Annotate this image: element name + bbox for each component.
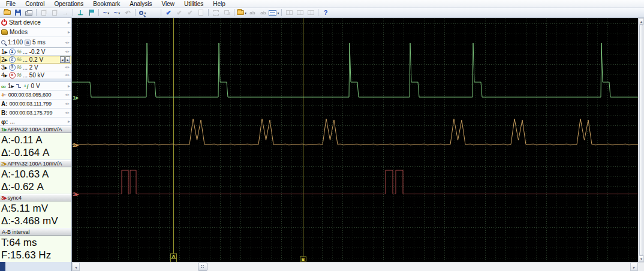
- time-position-row[interactable]: +~ 000:00:03.065,600 ◂▸: [0, 91, 71, 100]
- cursor-a-row[interactable]: A: 000:00:03.111.799 ◂▸: [0, 100, 71, 109]
- start-device-button[interactable]: Start device ▸: [0, 18, 71, 28]
- start-device-label: Start device: [9, 19, 41, 26]
- toolbar-separator: [161, 9, 161, 16]
- measure-value-delta: Δ:-3.468 mV: [1, 215, 71, 227]
- sync-level-value: 0 V: [31, 83, 40, 89]
- probe-divider-icon: %: [16, 72, 22, 78]
- toolbar-separator: [135, 9, 136, 16]
- copy-link-button[interactable]: [221, 8, 232, 17]
- select-area-button[interactable]: [210, 8, 221, 17]
- cursor-b-row[interactable]: B: 000:00:03.175.799 ◂▸: [0, 109, 71, 118]
- menu-control[interactable]: Control: [20, 0, 49, 8]
- page-icon: [198, 10, 203, 16]
- apply-check-button[interactable]: ✔: [163, 8, 174, 17]
- cursor-a-label: A:: [1, 101, 8, 107]
- abc-folder-button[interactable]: ▾: [236, 8, 247, 17]
- scrollbar-corner: [638, 263, 644, 271]
- menu-view[interactable]: View: [157, 0, 180, 8]
- channel-2-increase-button[interactable]: ▸: [65, 56, 70, 63]
- vertical-scrollbar[interactable]: ▴ ▾: [638, 18, 644, 262]
- measure-value-t: T:64 ms: [1, 236, 71, 249]
- scale-spinner[interactable]: ◂▸: [65, 40, 70, 45]
- help-button[interactable]: ?: [320, 8, 331, 17]
- collapse-button[interactable]: [148, 8, 159, 17]
- measure-header-ch3: 3▸ sync4: [0, 194, 71, 201]
- toolbar-separator: [36, 9, 37, 16]
- channel-marker-3[interactable]: 3▸: [73, 191, 79, 197]
- scope-plot[interactable]: AB1▸2▸3▸: [72, 18, 638, 262]
- abc-card-button[interactable]: ▾: [269, 8, 279, 17]
- horizontal-scrollbar[interactable]: ◂ ▸: [72, 262, 644, 271]
- print-button[interactable]: [23, 8, 34, 17]
- sync-row[interactable]: ∞ 1▸ +ƒ 0 V ▸: [0, 82, 71, 91]
- table-1-button[interactable]: [284, 8, 294, 17]
- measure-panel-ch3: 3▸ sync4 A:5.11 mV Δ:-3.468 mV: [0, 194, 71, 228]
- channel-3-badge-icon: 3: [9, 64, 16, 71]
- menu-utilities[interactable]: Utilities: [179, 0, 208, 8]
- measure-value-delta: Δ:-0.62 A: [1, 180, 71, 193]
- scroll-left-button[interactable]: ◂: [72, 263, 80, 271]
- channel-2-badge-icon: 2: [9, 56, 16, 63]
- vertical-scroll-thumb[interactable]: [639, 25, 643, 255]
- cursor-b-time: 000:00:03.175.799: [10, 110, 53, 116]
- copy-fragment-button[interactable]: [49, 8, 60, 17]
- copy-icon: [52, 10, 57, 16]
- copy-screen-button[interactable]: [38, 8, 49, 17]
- time-position-spinner[interactable]: ◂▸: [65, 92, 70, 97]
- cursor-b-spinner[interactable]: ◂▸: [65, 110, 70, 115]
- menu-analysis[interactable]: Analysis: [125, 0, 157, 8]
- save-button[interactable]: [13, 8, 23, 17]
- horizontal-scroll-track[interactable]: [80, 263, 630, 271]
- channel-4-row[interactable]: 4▸ × % ... 50 kV ◂▸: [0, 71, 71, 79]
- channel-marker-2[interactable]: 2▸: [73, 141, 79, 148]
- channel-1-row[interactable]: 1▸ 1 % ... -0.2 V ◂▸: [0, 48, 71, 56]
- signal-compare-button[interactable]: ~▾: [112, 8, 122, 17]
- toolbar-separator: [98, 9, 99, 16]
- save-icon: [15, 10, 21, 16]
- menu-help[interactable]: Help: [208, 0, 230, 8]
- channel-1-spinner[interactable]: ◂▸: [65, 49, 70, 54]
- menu-operations[interactable]: Operations: [49, 0, 88, 8]
- abc-box-button[interactable]: ab: [258, 8, 269, 17]
- report-page-button[interactable]: [195, 8, 206, 17]
- bookmark-flag-button[interactable]: [86, 8, 97, 17]
- scroll-right-button[interactable]: ▸: [630, 263, 638, 271]
- scroll-up-button[interactable]: ▴: [639, 18, 644, 25]
- scale-row[interactable]: 1:100 a 5 ms ◂▸: [0, 37, 71, 48]
- signal-menu-button[interactable]: ~▾: [101, 8, 112, 17]
- channel-3-spinner[interactable]: ◂▸: [65, 65, 70, 70]
- channel-4-spinner[interactable]: ◂▸: [65, 73, 70, 77]
- scope-display-area: AB1▸2▸3▸ ▴ ▾ ◂ ▸: [72, 18, 644, 271]
- toolbar-separator: [318, 9, 318, 16]
- horizontal-scroll-thumb[interactable]: [198, 263, 207, 271]
- folder-icon: [237, 10, 244, 15]
- check-secondary-button[interactable]: ✔: [174, 8, 185, 17]
- level-marker-button[interactable]: ⊥: [75, 8, 86, 17]
- dash-icon: [213, 10, 219, 16]
- measure-panel-ch2: 2▸ APPA32 100A 10mV/A A:-10.63 A Δ:-0.62…: [0, 160, 71, 194]
- phase-value: ...: [10, 118, 15, 125]
- channel-2-decrease-button[interactable]: ◂: [60, 56, 65, 63]
- phase-row[interactable]: φ: ... ▸: [0, 118, 71, 126]
- table-3-button[interactable]: [305, 8, 316, 17]
- menu-bookmark[interactable]: Bookmark: [88, 0, 125, 8]
- check-tertiary-button[interactable]: ✔: [185, 8, 195, 17]
- measure-header-channel: 3▸: [1, 195, 7, 201]
- scroll-down-button[interactable]: ▾: [639, 255, 644, 262]
- open-button[interactable]: [2, 8, 13, 17]
- time-per-division-icon: a: [25, 40, 31, 46]
- channel-marker-1[interactable]: 1▸: [73, 94, 79, 101]
- channel-2-row[interactable]: 2▸ 2 % ... 0.2 V ◂ ▸: [0, 56, 71, 64]
- cursor-a-spinner[interactable]: ◂▸: [65, 101, 70, 106]
- phase-label: φ:: [1, 118, 8, 125]
- zoom-menu-button[interactable]: ▾: [137, 8, 148, 17]
- menu-file[interactable]: File: [1, 0, 20, 8]
- channel-3-row[interactable]: 3▸ 3 % ... 2 V ◂▸: [0, 64, 71, 71]
- wave-icon: ~: [114, 10, 118, 16]
- modes-button[interactable]: Modes ▸: [0, 28, 71, 37]
- abc-next-button[interactable]: ab: [247, 8, 258, 17]
- undo-button[interactable]: ↶: [122, 8, 133, 17]
- table-2-button[interactable]: [294, 8, 305, 17]
- abc-icon: ab: [260, 10, 266, 16]
- export-button[interactable]: →: [60, 8, 71, 17]
